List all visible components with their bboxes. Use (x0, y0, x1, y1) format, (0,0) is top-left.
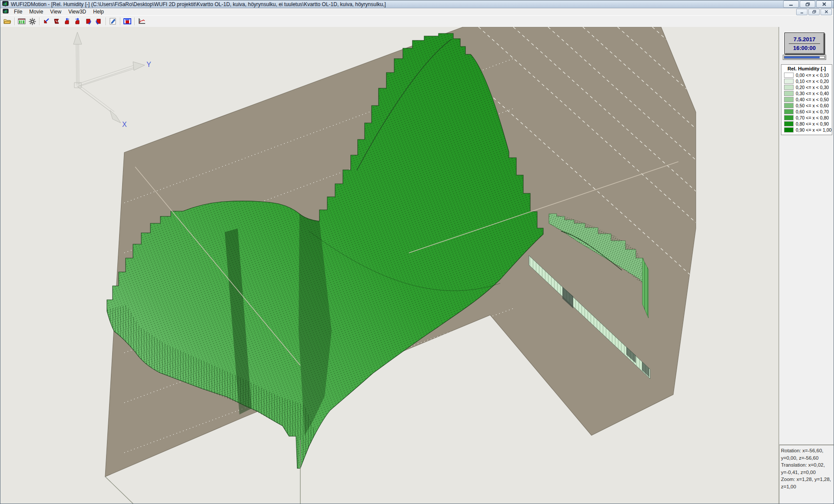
menu-view[interactable]: View (47, 9, 65, 15)
play-reverse-button[interactable] (52, 16, 62, 27)
toolbar-separator (106, 17, 106, 25)
chart-icon (138, 18, 146, 25)
legend-swatch (784, 121, 794, 126)
legend-item: 0,30 <= x < 0,40 (782, 90, 831, 96)
legend-swatch (784, 103, 794, 108)
legend-item: 0,70 <= x < 0,80 (782, 115, 831, 121)
legend-range-label: 0,50 <= x < 0,60 (796, 103, 829, 108)
mdi-minimize-icon (800, 10, 804, 13)
loop-forward-icon (95, 18, 103, 25)
legend-swatch (784, 127, 794, 133)
simulation-clock: 7.5.2017 16:00:00 (784, 33, 824, 54)
translation-status: Translation: x=0,02, y=-0,41, z=0,00 (781, 461, 833, 476)
legend-item: 0,10 <= x < 0,20 (782, 78, 831, 84)
legend-item: 0,60 <= x < 0,70 (782, 109, 831, 115)
gear-icon (29, 18, 36, 25)
legend-item: 0,20 <= x < 0,30 (782, 84, 831, 90)
simulation-date: 7.5.2017 (794, 36, 816, 43)
legend-range-label: 0,20 <= x < 0,30 (796, 85, 829, 90)
film-table-button[interactable] (17, 16, 27, 27)
clock-divider (789, 43, 820, 44)
minimize-button[interactable] (783, 0, 799, 8)
settings-button[interactable] (27, 16, 37, 27)
restore-icon (805, 2, 810, 7)
menu-help[interactable]: Help (90, 9, 107, 15)
mdi-close-button[interactable] (821, 9, 832, 15)
open-file-button[interactable] (2, 16, 13, 27)
menu-file[interactable]: File (10, 9, 26, 15)
close-button[interactable] (816, 0, 832, 8)
document-icon (3, 9, 9, 15)
menu-bar: File Movie View View3D Help (0, 8, 834, 15)
mdi-restore-button[interactable] (808, 9, 820, 15)
mdi-close-icon (824, 10, 828, 13)
play-reverse-icon (53, 18, 61, 25)
legend-rows: 0,00 <= x < 0,100,10 <= x < 0,200,20 <= … (782, 72, 831, 133)
zoom-status: Zoom: x=1,28, y=1,28, z=1,00 (781, 476, 833, 490)
legend-item: 0,00 <= x < 0,10 (782, 72, 831, 78)
legend-swatch (784, 97, 794, 102)
film-table-icon (18, 18, 26, 25)
legend-item: 0,80 <= x < 0,90 (782, 121, 831, 127)
legend-swatch (784, 115, 794, 120)
mdi-restore-icon (812, 10, 816, 13)
legend: Rel. Humidity [-] 0,00 <= x < 0,100,10 <… (781, 64, 832, 135)
loop-forward-button[interactable] (93, 16, 104, 27)
legend-range-label: 0,60 <= x < 0,70 (796, 109, 829, 114)
toolbar-separator (120, 17, 120, 25)
app-icon (2, 1, 9, 7)
window-title: WUFI2DMotion - [Rel. Humidity [-] (C:\Us… (11, 1, 386, 7)
movie-progress[interactable] (783, 55, 826, 60)
step-backward-button[interactable] (62, 16, 73, 27)
mdi-minimize-button[interactable] (796, 9, 807, 15)
rotation-status: Rotation: x=-56,60, y=0,00, z=-56,60 (781, 447, 833, 461)
menu-view3d[interactable]: View3D (65, 9, 90, 15)
legend-range-label: 0,40 <= x < 0,50 (796, 97, 829, 102)
close-icon (822, 2, 827, 7)
jump-start-icon (43, 18, 50, 25)
viewport-3d[interactable]: Y X (0, 27, 779, 504)
axis-label-y: Y (146, 61, 151, 68)
restore-button[interactable] (800, 0, 815, 8)
scene-3d[interactable]: Y X (0, 27, 778, 504)
legend-item: 0,50 <= x < 0,60 (782, 103, 831, 109)
toolbar-separator (14, 17, 15, 25)
step-forward-icon (74, 18, 82, 25)
simulation-time: 16:00:00 (793, 44, 816, 52)
application-window: WUFI2DMotion - [Rel. Humidity [-] (C:\Us… (0, 0, 834, 504)
step-forward-button[interactable] (73, 16, 83, 27)
legend-range-label: 0,30 <= x < 0,40 (796, 91, 829, 96)
progress-fill (784, 56, 820, 58)
legend-swatch (784, 85, 794, 90)
loop-backward-icon (84, 18, 92, 25)
legend-title: Rel. Humidity [-] (782, 66, 831, 71)
view-status-panel: Rotation: x=-56,60, y=0,00, z=-56,60 Tra… (779, 444, 834, 504)
legend-swatch (784, 91, 794, 96)
toolbar (0, 15, 834, 27)
side-panel: 7.5.2017 16:00:00 Rel. Humidity [-] 0,00… (779, 27, 834, 504)
title-bar[interactable]: WUFI2DMotion - [Rel. Humidity [-] (C:\Us… (0, 0, 834, 8)
main-content: Y X 7.5.2017 16:00:00 Rel. Humidity [-] … (0, 27, 834, 504)
loop-backward-button[interactable] (83, 16, 93, 27)
legend-item: 0,40 <= x < 0,50 (782, 96, 831, 103)
edit-button[interactable] (108, 16, 118, 27)
jump-start-button[interactable] (41, 16, 52, 27)
axis-label-x: X (122, 121, 127, 128)
legend-swatch (784, 73, 794, 78)
legend-range-label: 0,10 <= x < 0,20 (796, 79, 829, 84)
frame-view-icon (123, 18, 131, 25)
frame-view-button[interactable] (122, 16, 133, 27)
legend-swatch (784, 79, 794, 84)
legend-range-label: 0,90 <= x <= 1,00 (796, 127, 831, 133)
legend-range-label: 0,70 <= x < 0,80 (796, 115, 829, 120)
legend-item: 0,90 <= x <= 1,00 (782, 127, 831, 133)
open-folder-icon (3, 18, 11, 25)
toolbar-separator (39, 17, 40, 25)
minimize-icon (789, 2, 793, 6)
pencil-icon (109, 18, 117, 25)
legend-range-label: 0,00 <= x < 0,10 (796, 73, 829, 78)
chart-view-button[interactable] (136, 16, 147, 27)
menu-movie[interactable]: Movie (26, 9, 47, 15)
legend-range-label: 0,80 <= x < 0,90 (796, 121, 829, 126)
legend-swatch (784, 109, 794, 114)
